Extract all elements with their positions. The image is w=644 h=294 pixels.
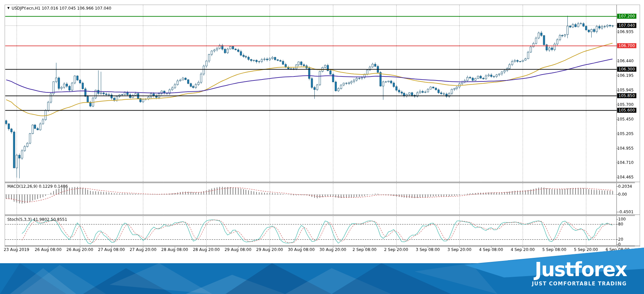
price-label: 104.710 — [617, 160, 634, 165]
price-label: 105.450 — [617, 117, 634, 122]
chart-title-text: USDJPY.ecn,H1 107.016 107.045 106.966 10… — [12, 6, 111, 11]
price-badge: 107.040 — [617, 23, 636, 28]
time-label: 29 Aug 08:00 — [225, 247, 251, 252]
terminal-window: ▼USDJPY.ecn,H1 107.016 107.045 106.966 1… — [0, 0, 644, 294]
time-label: 30 Aug 08:00 — [288, 247, 315, 252]
time-label: 4 Sep 08:00 — [479, 247, 503, 252]
time-label: 27 Aug 20:00 — [130, 247, 157, 252]
time-label: 26 Aug 08:00 — [35, 247, 62, 252]
time-label: 29 Aug 20:00 — [256, 247, 283, 252]
brand-tagline: JUST COMFORTABLE TRADING — [532, 281, 627, 287]
price-badge: 105.850 — [617, 93, 636, 98]
brand-logo: Justforex — [532, 260, 627, 280]
time-label: 26 Aug 20:00 — [66, 247, 93, 252]
stoch-axis-label: 20 — [618, 237, 623, 242]
time-label: 27 Aug 08:00 — [98, 247, 125, 252]
macd-panel-title: MACD(12,26,9) 0.1229 0.1486 — [7, 184, 68, 189]
stoch-axis-label: 100 — [618, 217, 626, 221]
macd-axis-label: 0.2034 — [618, 184, 632, 189]
price-label: 106.935 — [617, 29, 634, 34]
stoch-panel-title: Stoch(5,3,3) 41.9802 50.8551 — [7, 217, 67, 222]
time-label: 28 Aug 08:00 — [161, 247, 188, 252]
time-label: 28 Aug 20:00 — [193, 247, 220, 252]
price-label: 105.945 — [617, 87, 634, 92]
stoch-axis-label: 80 — [618, 222, 623, 227]
time-label: 3 Sep 08:00 — [416, 247, 440, 252]
time-label: 30 Aug 20:00 — [319, 247, 346, 252]
price-badge: 106.300 — [617, 67, 636, 72]
price-label: 106.440 — [617, 58, 634, 63]
symbol-dropdown-icon[interactable]: ▼ — [7, 6, 10, 11]
time-label: 3 Sep 20:00 — [447, 247, 471, 252]
time-label: 5 Sep 08:00 — [542, 247, 566, 252]
chart-title: ▼USDJPY.ecn,H1 107.016 107.045 106.966 1… — [7, 6, 111, 11]
price-label: 104.465 — [617, 175, 634, 180]
macd-axis-label: 0.00 — [618, 192, 627, 197]
price-label: 105.205 — [617, 131, 634, 136]
brand-block: Justforex JUST COMFORTABLE TRADING — [532, 260, 627, 287]
price-badge: 107.200 — [617, 14, 636, 19]
time-label: 2 Sep 08:00 — [353, 247, 376, 252]
time-label: 23 Aug 2019 — [4, 247, 29, 252]
price-badge: 105.600 — [617, 108, 636, 113]
time-label: 5 Sep 20:00 — [574, 247, 598, 252]
price-label: 105.700 — [617, 102, 634, 107]
macd-axis-label: -0.4501 — [618, 210, 633, 215]
price-badge: 106.700 — [617, 43, 636, 48]
time-label: 2 Sep 20:00 — [384, 247, 408, 252]
price-label: 104.955 — [617, 146, 634, 151]
price-label: 106.195 — [617, 73, 634, 78]
time-label: 4 Sep 20:00 — [511, 247, 535, 252]
stoch-axis-label: 0 — [618, 242, 621, 247]
